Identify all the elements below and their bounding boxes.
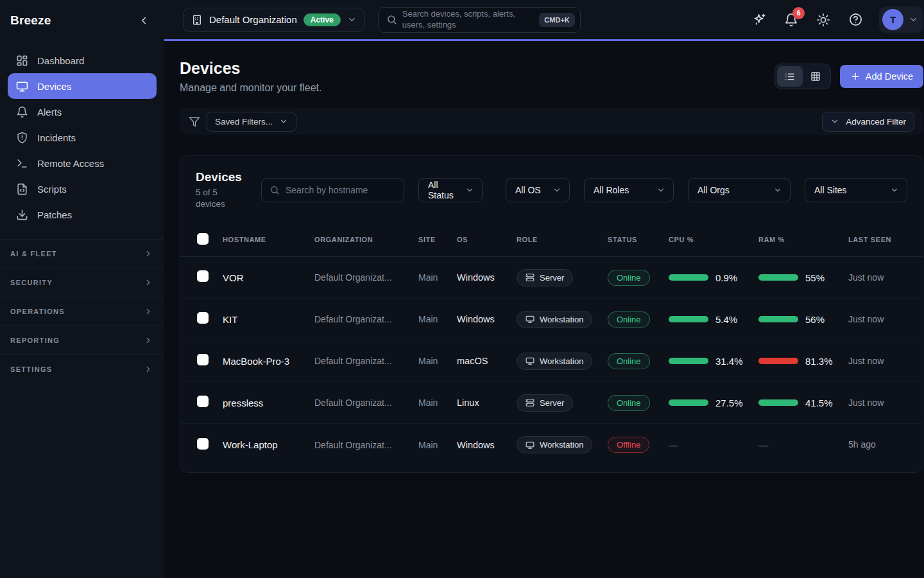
site-cell: Main (418, 440, 457, 450)
select-all-checkbox[interactable] (197, 233, 209, 245)
sidebar-section-reporting[interactable]: REPORTING (0, 326, 164, 355)
filter-bar: Saved Filters... Advanced Filter (180, 108, 923, 135)
table-row[interactable]: KIT Default Organizat... Main Windows Wo… (180, 299, 923, 340)
column-header-status: Status (608, 235, 669, 245)
global-search[interactable]: Search devices, scripts, alerts, users, … (378, 7, 581, 33)
search-shortcut-badge: CMD+K (539, 13, 574, 27)
saved-filters-dropdown[interactable]: Saved Filters... (207, 112, 296, 132)
bell-icon (15, 105, 28, 118)
last-seen-cell: Just now (848, 271, 923, 284)
sidebar-item-scripts[interactable]: Scripts (8, 176, 157, 202)
os-filter-dropdown[interactable]: All OS (506, 178, 570, 202)
orgs-filter-dropdown[interactable]: All Orgs (688, 178, 791, 202)
os-cell: Windows (457, 314, 517, 324)
organization-cell: Default Organizat... (314, 314, 418, 324)
row-checkbox[interactable] (197, 270, 209, 282)
advanced-filter-button[interactable]: Advanced Filter (822, 112, 914, 132)
chevron-down-icon (279, 117, 288, 126)
organization-cell: Default Organizat... (314, 398, 418, 408)
section-label: AI & FLEET (10, 250, 57, 258)
search-icon (386, 14, 397, 25)
notifications-button[interactable]: 6 (783, 12, 800, 28)
os-cell: macOS (457, 356, 517, 366)
help-button[interactable] (847, 12, 864, 28)
row-checkbox[interactable] (197, 396, 209, 407)
sites-filter-dropdown[interactable]: All Sites (805, 178, 907, 202)
hostname-cell: Work-Laptop (223, 439, 314, 450)
building-icon (191, 14, 203, 26)
sidebar-nav: Dashboard Devices Alerts Incidents (0, 41, 164, 227)
chevron-down-icon (909, 15, 918, 24)
devices-panel-header: Devices 5 of 5 devices All Status (180, 170, 923, 209)
sidebar-section-security[interactable]: SECURITY (0, 268, 164, 297)
avatar: T (882, 9, 903, 30)
sidebar-item-label: Alerts (37, 107, 62, 118)
site-cell: Main (418, 356, 457, 366)
theme-toggle-button[interactable] (815, 12, 832, 28)
chevron-right-icon (144, 365, 153, 374)
list-view-button[interactable] (777, 66, 803, 87)
table-row[interactable]: Work-Laptop Default Organizat... Main Wi… (180, 424, 923, 466)
sidebar-item-remote-access[interactable]: Remote Access (8, 150, 157, 176)
server-icon (526, 398, 535, 407)
chevron-right-icon (144, 249, 153, 258)
table-row[interactable]: VOR Default Organizat... Main Windows Se… (180, 257, 923, 299)
cpu-bar (669, 316, 708, 322)
chevron-down-icon (465, 186, 474, 195)
hostname-search-input[interactable] (286, 185, 396, 195)
chevron-left-icon (138, 15, 150, 26)
sidebar-item-label: Patches (37, 209, 72, 220)
organization-cell: Default Organizat... (314, 440, 418, 450)
sidebar-section-settings[interactable]: SETTINGS (0, 355, 164, 383)
sidebar-section-ai-fleet[interactable]: AI & FLEET (0, 239, 164, 268)
table-row[interactable]: MacBook-Pro-3 Default Organizat... Main … (180, 340, 923, 382)
row-checkbox[interactable] (197, 312, 209, 324)
org-selector[interactable]: Default Organization Active (183, 8, 365, 32)
sidebar-item-label: Scripts (37, 184, 67, 195)
last-seen-cell: Just now (848, 396, 923, 409)
devices-panel: Devices 5 of 5 devices All Status (180, 155, 923, 473)
ram-value: 56% (805, 314, 825, 325)
user-menu[interactable]: T (879, 6, 923, 33)
cpu-bar (669, 399, 708, 406)
filter-label: All Roles (594, 185, 629, 195)
grid-view-button[interactable] (803, 66, 828, 87)
main-column: Default Organization Active Search devic… (164, 0, 924, 578)
table-row[interactable]: pressless Default Organizat... Main Linu… (180, 382, 923, 424)
cpu-bar (669, 274, 708, 281)
sidebar-sections: AI & FLEET SECURITY OPERATIONS REPORTING… (0, 239, 164, 383)
add-device-button[interactable]: Add Device (840, 65, 923, 88)
topbar: Default Organization Active Search devic… (164, 0, 924, 41)
last-seen-cell: Just now (848, 355, 923, 367)
role-badge: Server (517, 269, 573, 286)
filter-label: All OS (515, 185, 541, 195)
roles-filter-dropdown[interactable]: All Roles (584, 178, 674, 202)
sidebar-item-label: Dashboard (37, 55, 84, 66)
sidebar-item-devices[interactable]: Devices (8, 73, 157, 99)
row-checkbox[interactable] (197, 438, 209, 450)
sidebar-item-dashboard[interactable]: Dashboard (8, 48, 157, 73)
brand-logo: Breeze (10, 13, 51, 28)
cpu-value: 31.4% (715, 356, 743, 367)
sparkles-icon (752, 12, 767, 27)
sidebar-item-incidents[interactable]: Incidents (8, 125, 157, 150)
ai-assistant-button[interactable] (751, 12, 767, 28)
filter-label: All Orgs (697, 185, 730, 195)
section-label: SECURITY (10, 279, 53, 286)
ram-metric: 41.5% (758, 398, 848, 408)
row-checkbox[interactable] (197, 354, 209, 365)
sidebar-section-operations[interactable]: OPERATIONS (0, 297, 164, 326)
column-header-role: Role (517, 235, 608, 245)
hostname-cell: MacBook-Pro-3 (223, 356, 314, 367)
hostname-search[interactable] (261, 178, 404, 202)
sidebar-item-alerts[interactable]: Alerts (8, 99, 157, 125)
cpu-metric: — (669, 439, 758, 450)
organization-cell: Default Organizat... (314, 272, 418, 283)
workstation-icon (526, 356, 535, 365)
status-filter-dropdown[interactable]: All Status (418, 178, 483, 202)
sidebar-collapse-button[interactable] (135, 12, 153, 30)
ram-value: 81.3% (805, 356, 833, 367)
saved-filters-label: Saved Filters... (215, 117, 273, 127)
cpu-metric: 0.9% (669, 272, 758, 283)
sidebar-item-patches[interactable]: Patches (8, 202, 157, 227)
